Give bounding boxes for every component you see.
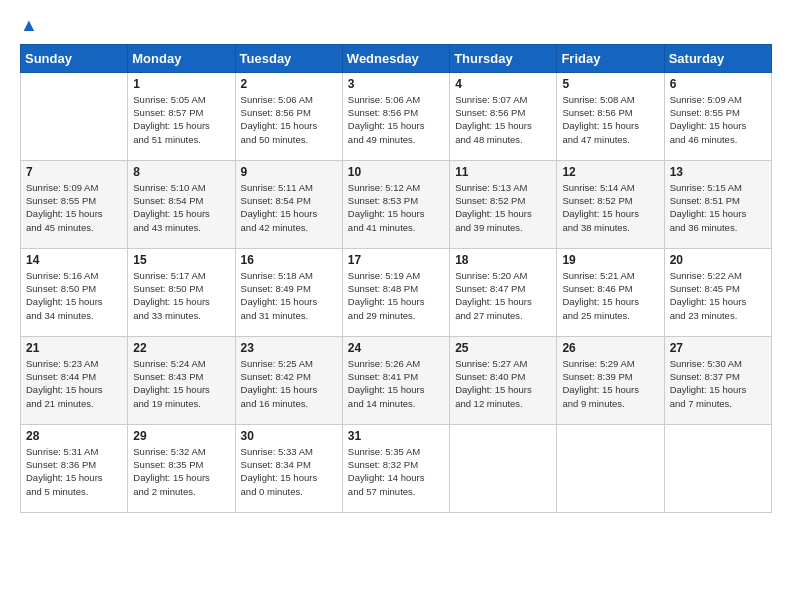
day-number: 19 bbox=[562, 253, 658, 267]
day-info: Sunrise: 5:21 AMSunset: 8:46 PMDaylight:… bbox=[562, 269, 658, 322]
calendar-table: SundayMondayTuesdayWednesdayThursdayFrid… bbox=[20, 44, 772, 513]
calendar-cell: 21Sunrise: 5:23 AMSunset: 8:44 PMDayligh… bbox=[21, 336, 128, 424]
weekday-header-row: SundayMondayTuesdayWednesdayThursdayFrid… bbox=[21, 44, 772, 72]
calendar-cell: 2Sunrise: 5:06 AMSunset: 8:56 PMDaylight… bbox=[235, 72, 342, 160]
weekday-header-friday: Friday bbox=[557, 44, 664, 72]
calendar-cell: 29Sunrise: 5:32 AMSunset: 8:35 PMDayligh… bbox=[128, 424, 235, 512]
day-info: Sunrise: 5:20 AMSunset: 8:47 PMDaylight:… bbox=[455, 269, 551, 322]
day-info: Sunrise: 5:23 AMSunset: 8:44 PMDaylight:… bbox=[26, 357, 122, 410]
calendar-week-row: 1Sunrise: 5:05 AMSunset: 8:57 PMDaylight… bbox=[21, 72, 772, 160]
day-number: 24 bbox=[348, 341, 444, 355]
calendar-cell: 12Sunrise: 5:14 AMSunset: 8:52 PMDayligh… bbox=[557, 160, 664, 248]
calendar-cell: 16Sunrise: 5:18 AMSunset: 8:49 PMDayligh… bbox=[235, 248, 342, 336]
day-number: 10 bbox=[348, 165, 444, 179]
day-info: Sunrise: 5:17 AMSunset: 8:50 PMDaylight:… bbox=[133, 269, 229, 322]
day-number: 9 bbox=[241, 165, 337, 179]
day-number: 3 bbox=[348, 77, 444, 91]
day-info: Sunrise: 5:15 AMSunset: 8:51 PMDaylight:… bbox=[670, 181, 766, 234]
calendar-cell: 9Sunrise: 5:11 AMSunset: 8:54 PMDaylight… bbox=[235, 160, 342, 248]
day-number: 16 bbox=[241, 253, 337, 267]
day-info: Sunrise: 5:10 AMSunset: 8:54 PMDaylight:… bbox=[133, 181, 229, 234]
day-info: Sunrise: 5:07 AMSunset: 8:56 PMDaylight:… bbox=[455, 93, 551, 146]
calendar-cell: 25Sunrise: 5:27 AMSunset: 8:40 PMDayligh… bbox=[450, 336, 557, 424]
day-info: Sunrise: 5:16 AMSunset: 8:50 PMDaylight:… bbox=[26, 269, 122, 322]
day-info: Sunrise: 5:11 AMSunset: 8:54 PMDaylight:… bbox=[241, 181, 337, 234]
day-number: 28 bbox=[26, 429, 122, 443]
calendar-cell: 23Sunrise: 5:25 AMSunset: 8:42 PMDayligh… bbox=[235, 336, 342, 424]
logo-blue: ▲ bbox=[20, 15, 38, 35]
day-info: Sunrise: 5:29 AMSunset: 8:39 PMDaylight:… bbox=[562, 357, 658, 410]
day-number: 2 bbox=[241, 77, 337, 91]
day-number: 17 bbox=[348, 253, 444, 267]
day-info: Sunrise: 5:22 AMSunset: 8:45 PMDaylight:… bbox=[670, 269, 766, 322]
calendar-cell: 27Sunrise: 5:30 AMSunset: 8:37 PMDayligh… bbox=[664, 336, 771, 424]
calendar-cell: 14Sunrise: 5:16 AMSunset: 8:50 PMDayligh… bbox=[21, 248, 128, 336]
calendar-week-row: 14Sunrise: 5:16 AMSunset: 8:50 PMDayligh… bbox=[21, 248, 772, 336]
day-number: 29 bbox=[133, 429, 229, 443]
calendar-cell: 7Sunrise: 5:09 AMSunset: 8:55 PMDaylight… bbox=[21, 160, 128, 248]
day-number: 11 bbox=[455, 165, 551, 179]
day-number: 22 bbox=[133, 341, 229, 355]
day-number: 26 bbox=[562, 341, 658, 355]
calendar-cell bbox=[557, 424, 664, 512]
day-number: 21 bbox=[26, 341, 122, 355]
day-info: Sunrise: 5:35 AMSunset: 8:32 PMDaylight:… bbox=[348, 445, 444, 498]
day-info: Sunrise: 5:09 AMSunset: 8:55 PMDaylight:… bbox=[670, 93, 766, 146]
calendar-cell: 28Sunrise: 5:31 AMSunset: 8:36 PMDayligh… bbox=[21, 424, 128, 512]
calendar-week-row: 7Sunrise: 5:09 AMSunset: 8:55 PMDaylight… bbox=[21, 160, 772, 248]
day-info: Sunrise: 5:12 AMSunset: 8:53 PMDaylight:… bbox=[348, 181, 444, 234]
calendar-cell: 15Sunrise: 5:17 AMSunset: 8:50 PMDayligh… bbox=[128, 248, 235, 336]
day-number: 8 bbox=[133, 165, 229, 179]
day-info: Sunrise: 5:24 AMSunset: 8:43 PMDaylight:… bbox=[133, 357, 229, 410]
calendar-cell: 5Sunrise: 5:08 AMSunset: 8:56 PMDaylight… bbox=[557, 72, 664, 160]
calendar-cell: 11Sunrise: 5:13 AMSunset: 8:52 PMDayligh… bbox=[450, 160, 557, 248]
day-number: 4 bbox=[455, 77, 551, 91]
day-info: Sunrise: 5:19 AMSunset: 8:48 PMDaylight:… bbox=[348, 269, 444, 322]
calendar-cell: 1Sunrise: 5:05 AMSunset: 8:57 PMDaylight… bbox=[128, 72, 235, 160]
day-number: 15 bbox=[133, 253, 229, 267]
day-info: Sunrise: 5:08 AMSunset: 8:56 PMDaylight:… bbox=[562, 93, 658, 146]
day-number: 6 bbox=[670, 77, 766, 91]
day-info: Sunrise: 5:31 AMSunset: 8:36 PMDaylight:… bbox=[26, 445, 122, 498]
day-number: 31 bbox=[348, 429, 444, 443]
calendar-cell: 6Sunrise: 5:09 AMSunset: 8:55 PMDaylight… bbox=[664, 72, 771, 160]
calendar-cell: 8Sunrise: 5:10 AMSunset: 8:54 PMDaylight… bbox=[128, 160, 235, 248]
weekday-header-tuesday: Tuesday bbox=[235, 44, 342, 72]
day-number: 20 bbox=[670, 253, 766, 267]
day-info: Sunrise: 5:18 AMSunset: 8:49 PMDaylight:… bbox=[241, 269, 337, 322]
day-number: 30 bbox=[241, 429, 337, 443]
day-number: 27 bbox=[670, 341, 766, 355]
day-info: Sunrise: 5:25 AMSunset: 8:42 PMDaylight:… bbox=[241, 357, 337, 410]
day-number: 25 bbox=[455, 341, 551, 355]
day-number: 1 bbox=[133, 77, 229, 91]
calendar-cell bbox=[450, 424, 557, 512]
calendar-cell: 22Sunrise: 5:24 AMSunset: 8:43 PMDayligh… bbox=[128, 336, 235, 424]
day-info: Sunrise: 5:06 AMSunset: 8:56 PMDaylight:… bbox=[348, 93, 444, 146]
day-info: Sunrise: 5:06 AMSunset: 8:56 PMDaylight:… bbox=[241, 93, 337, 146]
calendar-cell bbox=[664, 424, 771, 512]
calendar-cell: 18Sunrise: 5:20 AMSunset: 8:47 PMDayligh… bbox=[450, 248, 557, 336]
logo-text: ▲ bbox=[20, 16, 38, 34]
calendar-cell: 4Sunrise: 5:07 AMSunset: 8:56 PMDaylight… bbox=[450, 72, 557, 160]
day-info: Sunrise: 5:14 AMSunset: 8:52 PMDaylight:… bbox=[562, 181, 658, 234]
day-number: 18 bbox=[455, 253, 551, 267]
day-number: 7 bbox=[26, 165, 122, 179]
weekday-header-saturday: Saturday bbox=[664, 44, 771, 72]
day-info: Sunrise: 5:05 AMSunset: 8:57 PMDaylight:… bbox=[133, 93, 229, 146]
calendar-cell: 30Sunrise: 5:33 AMSunset: 8:34 PMDayligh… bbox=[235, 424, 342, 512]
day-number: 14 bbox=[26, 253, 122, 267]
day-number: 23 bbox=[241, 341, 337, 355]
logo: ▲ bbox=[20, 16, 38, 34]
day-info: Sunrise: 5:09 AMSunset: 8:55 PMDaylight:… bbox=[26, 181, 122, 234]
calendar-cell: 31Sunrise: 5:35 AMSunset: 8:32 PMDayligh… bbox=[342, 424, 449, 512]
day-number: 5 bbox=[562, 77, 658, 91]
day-info: Sunrise: 5:27 AMSunset: 8:40 PMDaylight:… bbox=[455, 357, 551, 410]
day-info: Sunrise: 5:30 AMSunset: 8:37 PMDaylight:… bbox=[670, 357, 766, 410]
calendar-cell: 13Sunrise: 5:15 AMSunset: 8:51 PMDayligh… bbox=[664, 160, 771, 248]
day-info: Sunrise: 5:33 AMSunset: 8:34 PMDaylight:… bbox=[241, 445, 337, 498]
calendar-cell: 26Sunrise: 5:29 AMSunset: 8:39 PMDayligh… bbox=[557, 336, 664, 424]
calendar-week-row: 21Sunrise: 5:23 AMSunset: 8:44 PMDayligh… bbox=[21, 336, 772, 424]
calendar-week-row: 28Sunrise: 5:31 AMSunset: 8:36 PMDayligh… bbox=[21, 424, 772, 512]
calendar-cell: 17Sunrise: 5:19 AMSunset: 8:48 PMDayligh… bbox=[342, 248, 449, 336]
calendar-cell: 3Sunrise: 5:06 AMSunset: 8:56 PMDaylight… bbox=[342, 72, 449, 160]
